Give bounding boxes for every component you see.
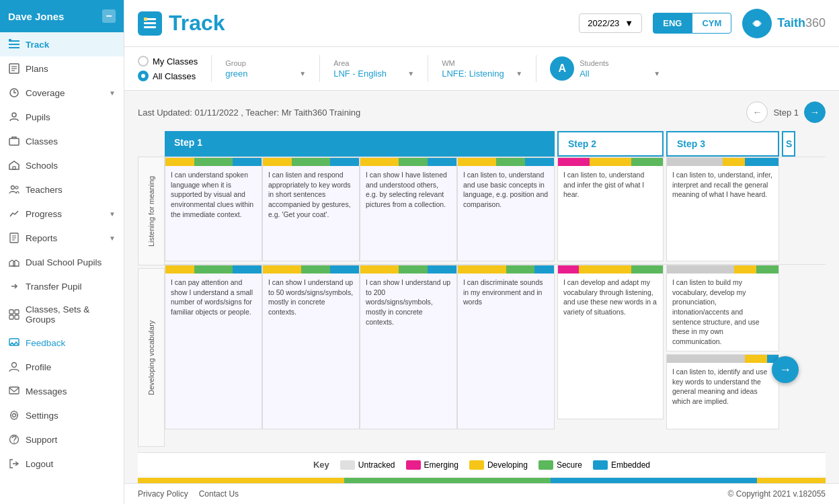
row1-step3-cards: I can listen to, understand, infer, inte… xyxy=(666,157,779,261)
svg-rect-2 xyxy=(9,47,19,48)
card-r2s1c4[interactable]: I can discriminate sounds in my environm… xyxy=(457,265,555,429)
card-r1s1c4[interactable]: I can listen to, understand and use basi… xyxy=(457,157,555,261)
language-switcher: ENG CYM xyxy=(653,13,731,34)
svg-rect-29 xyxy=(144,22,156,24)
sidebar-item-transfer[interactable]: Transfer Pupil xyxy=(0,274,124,298)
card-bar-r2s1c1 xyxy=(165,265,262,274)
card-r1s1c3[interactable]: I can show I have listened and understoo… xyxy=(360,157,457,261)
card-r2s1c2[interactable]: I can show I understand up to 50 words/s… xyxy=(262,265,360,429)
card-r2s1c1[interactable]: I can pay attention and show I understan… xyxy=(165,265,262,429)
card-r1s1c2[interactable]: I can listen and respond appropriately t… xyxy=(262,157,360,261)
privacy-link[interactable]: Privacy Policy xyxy=(138,489,188,499)
card-bar-r2s2c1 xyxy=(558,265,663,274)
key-untracked: Untracked xyxy=(340,460,395,470)
schools-icon xyxy=(8,159,20,171)
all-classes-label: All Classes xyxy=(153,71,196,81)
feedback-icon xyxy=(8,337,20,349)
wm-filter[interactable]: WM LNFE: Listening ▼ xyxy=(442,59,522,79)
card-text-r2s3c2: I can listen to, identify and use key wo… xyxy=(667,363,778,429)
last-updated: Last Updated: 01/11/2022 , Teacher: Mr T… xyxy=(138,108,360,118)
card-r2s3c2[interactable]: I can listen to, identify and use key wo… xyxy=(666,354,779,429)
floating-next-button[interactable]: → xyxy=(772,356,799,383)
brand-logo: Taith360 xyxy=(742,9,826,38)
card-r2s2c1[interactable]: I can develop and adapt my vocabulary th… xyxy=(557,265,664,419)
students-filter[interactable]: A Students All ▼ xyxy=(550,56,660,81)
topbar-logo: Track xyxy=(138,11,225,36)
sidebar-item-dual-school[interactable]: Dual School Pupils xyxy=(0,250,124,274)
sidebar-item-classes-sets[interactable]: Classes, Sets & Groups xyxy=(0,298,124,331)
my-classes-radio[interactable]: My Classes xyxy=(138,56,198,67)
filter-divider-2 xyxy=(319,55,320,82)
wm-value-row: LNFE: Listening ▼ xyxy=(442,69,522,79)
contact-link[interactable]: Contact Us xyxy=(199,489,239,499)
sidebar-item-messages[interactable]: Messages xyxy=(0,379,124,403)
next-step-button[interactable]: → xyxy=(804,101,826,123)
step4-header-partial: S xyxy=(782,131,795,157)
sidebar-item-plans[interactable]: Plans xyxy=(0,56,124,81)
sidebar-item-classes[interactable]: Classes xyxy=(0,129,124,153)
sidebar-item-reports[interactable]: Reports ▼ xyxy=(0,226,124,250)
sidebar-item-feedback[interactable]: Feedback xyxy=(0,331,124,355)
bar-green xyxy=(399,158,428,166)
sidebar-item-pupils[interactable]: Pupils xyxy=(0,105,124,129)
sidebar-item-support[interactable]: Support xyxy=(0,427,124,452)
card-r1s2c1[interactable]: I can listen to, understand and infer th… xyxy=(557,157,664,261)
all-classes-radio[interactable]: All Classes xyxy=(138,71,198,81)
bar-blue xyxy=(330,265,359,274)
sidebar-item-track[interactable]: Track xyxy=(0,32,124,56)
card-text-r2s2c1: I can develop and adapt my vocabulary th… xyxy=(558,274,663,419)
card-r1s1c1[interactable]: I can understand spoken language when it… xyxy=(165,157,262,261)
lang-eng-button[interactable]: ENG xyxy=(653,13,692,34)
progress-icon xyxy=(8,208,20,220)
prev-step-button[interactable]: ← xyxy=(746,101,768,123)
sidebar-label-teachers: Teachers xyxy=(26,185,63,195)
bar-blue xyxy=(330,158,359,166)
all-classes-circle xyxy=(138,71,149,81)
card-bar-r1s1c1 xyxy=(165,158,262,166)
bar-blue xyxy=(745,158,778,166)
svg-rect-1 xyxy=(9,44,19,45)
bar-gray xyxy=(667,265,734,274)
key-developing: Developing xyxy=(469,460,528,470)
bar-green xyxy=(631,158,663,166)
logout-icon xyxy=(8,458,20,470)
dual-school-icon xyxy=(8,256,20,268)
bar-gray xyxy=(667,158,723,166)
collapse-button[interactable]: − xyxy=(102,9,116,23)
footer: Privacy Policy Contact Us © Copyright 20… xyxy=(124,483,839,504)
svg-rect-20 xyxy=(9,315,13,319)
area-filter[interactable]: Area LNF - English ▼ xyxy=(333,59,414,79)
lang-cym-button[interactable]: CYM xyxy=(692,13,731,34)
sidebar-item-teachers[interactable]: Teachers xyxy=(0,177,124,202)
bar-yellow xyxy=(360,158,399,166)
sidebar-label-reports: Reports xyxy=(26,233,57,243)
card-r2s3c1[interactable]: I can listen to build my vocabulary, dev… xyxy=(666,265,779,351)
key-label-embedded: Embedded xyxy=(611,460,650,470)
area-chevron: ▼ xyxy=(407,70,414,77)
card-text-r1s1c4: I can listen to, understand and use basi… xyxy=(458,166,554,261)
key-label: Key xyxy=(313,460,329,470)
bar-green xyxy=(194,158,233,166)
card-bar-r1s1c3 xyxy=(360,158,456,166)
card-text-r1s2c1: I can listen to, understand and infer th… xyxy=(558,166,663,261)
sidebar-item-profile[interactable]: Profile xyxy=(0,355,124,379)
sidebar-item-logout[interactable]: Logout xyxy=(0,452,124,476)
reports-icon xyxy=(8,232,20,244)
filter-divider-3 xyxy=(428,55,428,82)
card-bar-r1s1c2 xyxy=(263,158,359,166)
filter-bar: My Classes All Classes Group green ▼ Are… xyxy=(124,47,839,91)
sidebar-item-coverage[interactable]: Coverage ▼ xyxy=(0,81,124,105)
year-selector[interactable]: 2022/23 ▼ xyxy=(579,13,642,33)
card-r1s3c1[interactable]: I can listen to, understand, infer, inte… xyxy=(666,157,779,261)
key-swatch-developing xyxy=(469,460,484,470)
group-filter[interactable]: Group green ▼ xyxy=(225,59,306,79)
sidebar-item-schools[interactable]: Schools xyxy=(0,153,124,177)
card-text-r2s1c3: I can show I understand up to 200 words/… xyxy=(360,274,456,429)
card-r2s1c3[interactable]: I can show I understand up to 200 words/… xyxy=(360,265,457,429)
track-icon xyxy=(8,38,20,50)
progress-chevron: ▼ xyxy=(109,210,116,218)
area-value-row: LNF - English ▼ xyxy=(333,69,414,79)
sidebar-item-settings[interactable]: Settings xyxy=(0,403,124,427)
row2-step2-cards: I can develop and adapt my vocabulary th… xyxy=(557,265,664,429)
sidebar-item-progress[interactable]: Progress ▼ xyxy=(0,202,124,226)
